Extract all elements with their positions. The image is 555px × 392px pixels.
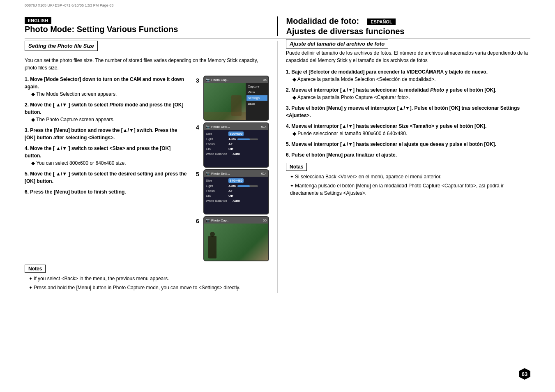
- screen-3: 3 📷 Photo Cap... 05: [196, 76, 269, 121]
- right-step-2-sub: Aparece la pantalla Photo Capture <Captu…: [292, 94, 530, 101]
- cam3-topbar: 📷 Photo Cap... 05: [204, 76, 268, 83]
- screen-5-num: 5: [196, 171, 202, 178]
- espanol-badge: ESPAÑOL: [367, 18, 395, 25]
- right-step-4-sub: Puede seleccionar el tamaño 800x600 ó 64…: [292, 130, 530, 137]
- cam4-row-light: Light Auto: [206, 137, 267, 141]
- right-column: Ajuste del tamaño del archivo de foto Pu…: [278, 41, 530, 293]
- cam5-row-eis: EIS Off: [206, 194, 267, 198]
- menu-back: Back: [246, 101, 267, 106]
- left-notes: Notes If you select <Back> in the menu, …: [25, 265, 269, 291]
- left-note-2: Press and hold the [Menu] button in Phot…: [25, 284, 269, 291]
- right-step-3: 3. Pulse el botón [Menu] y mueva el inte…: [286, 104, 530, 119]
- title-english: Photo Mode: Setting Various Functions: [25, 25, 269, 34]
- cam4-row-eis: EIS Off: [206, 147, 267, 151]
- cam5-row-size: Size 640×480: [206, 178, 267, 183]
- step-1: 1. Move [Mode Selector] down to turn on …: [25, 76, 188, 98]
- menu-view: View: [246, 90, 267, 95]
- cam5-row-light: Light Auto: [206, 184, 267, 188]
- notas-label: Notas: [286, 163, 307, 171]
- right-steps: 1. Baje el [Selector de modalidad] para …: [286, 68, 530, 159]
- page-number-badge: 63: [519, 368, 530, 380]
- cam5-row-focus: Focus AF: [206, 189, 267, 193]
- cam4-topbar: 📷 Photo Setti... 014: [204, 123, 268, 130]
- screen-3-num: 3: [196, 77, 202, 84]
- step-3: 3. Press the [Menu] button and move the …: [25, 127, 188, 141]
- camera-screen-3: 📷 Photo Cap... 05: [203, 76, 269, 121]
- cam4-row-focus: Focus AF: [206, 142, 267, 146]
- left-intro: You can set the photo files size. The nu…: [25, 57, 269, 71]
- right-header: Modalidad de foto: ESPAÑOL Ajustes de di…: [277, 16, 531, 36]
- screen-4-num: 4: [196, 124, 202, 131]
- cam4-row-wb: White Balance Auto: [206, 152, 267, 156]
- notes-label: Notes: [25, 265, 46, 273]
- camera-screen-5: 📷 Photo Setti... 014 Size 640×480: [203, 169, 269, 214]
- page-container: 00876J X105 UK+ESP~071 6/10/05 1:53 PM P…: [0, 0, 555, 392]
- screen-6-num: 6: [196, 218, 202, 224]
- english-badge: ENGLISH: [25, 17, 51, 24]
- cam4-row-size: Size 800×600: [206, 131, 267, 136]
- step-2-sub: The Photo Capture screen appears.: [31, 116, 188, 123]
- cam3-menu: Capture View Settings Back: [246, 83, 268, 120]
- camera-screen-6: 📷 Photo Cap... 05: [203, 216, 269, 261]
- right-step-1: 1. Baje el [Selector de modalidad] para …: [286, 68, 530, 83]
- step-4-sub: You can select 800x600 or 640x480 size.: [31, 159, 188, 167]
- left-note-1: If you select <Back> in the menu, the pr…: [25, 275, 269, 282]
- cam3-image: [204, 83, 246, 120]
- cam5-body: Size 640×480 Light Auto Focus: [204, 177, 268, 214]
- right-step-6: 6. Pulse el botón [Menu] para finalizar …: [286, 151, 530, 159]
- left-column: Setting the Photo file Size You can set …: [25, 41, 278, 293]
- step-6: 6. Press the [Menu] button to finish set…: [25, 188, 188, 196]
- step-1-sub: The Mode Selection screen appears.: [31, 90, 188, 98]
- right-notes: Notas Si selecciona Back <Volver> en el …: [286, 163, 530, 197]
- step-2: 2. Move the [ ▲/▼ ] switch to select Pho…: [25, 101, 188, 123]
- title-spanish-line1: Modalidad de foto:: [286, 16, 359, 26]
- right-note-1: Si selecciona Back <Volver> en el menú, …: [286, 173, 530, 180]
- cam6-body: [204, 224, 268, 261]
- menu-settings: Settings: [246, 95, 267, 101]
- screen-4: 4 📷 Photo Setti... 014 Size 800×600: [196, 122, 269, 168]
- screens-container: 3 📷 Photo Cap... 05: [196, 76, 269, 261]
- screen-5: 5 📷 Photo Setti... 014 Size 640×480: [196, 169, 269, 214]
- cam3-body: Capture View Settings Back: [204, 83, 268, 120]
- right-note-2: Mantenga pulsado el botón [Menu] en la m…: [286, 182, 530, 197]
- right-intro: Puede definir el tamaño de los archivos …: [286, 49, 530, 64]
- left-section-title: Setting the Photo file Size: [25, 41, 98, 51]
- right-step-1-sub: Aparece la pantalla Mode Selection <Sele…: [292, 76, 530, 83]
- right-step-2: 2. Mueva el interruptor [▲/▼] hasta sele…: [286, 86, 530, 101]
- cam4-body: Size 800×600 Light Auto Focus: [204, 130, 268, 167]
- step-5: 5. Move the [ ▲/▼ ] switch to select the…: [25, 170, 188, 185]
- header-divider: [25, 39, 530, 39]
- cam6-topbar: 📷 Photo Cap... 05: [204, 217, 268, 224]
- right-step-4: 4. Mueva el interruptor [▲/▼] hasta sele…: [286, 122, 530, 137]
- camera-screen-4: 📷 Photo Setti... 014 Size 800×600: [203, 122, 269, 168]
- right-step-5: 5. Mueva el interruptor [▲/▼] hasta sele…: [286, 141, 530, 148]
- left-header: ENGLISH Photo Mode: Setting Various Func…: [25, 16, 277, 34]
- screen-6: 6 📷 Photo Cap... 05: [196, 216, 269, 261]
- right-section-title: Ajuste del tamaño del archivo de foto: [286, 39, 388, 48]
- menu-capture: Capture: [246, 84, 267, 89]
- left-steps: 1. Move [Mode Selector] down to turn on …: [25, 76, 188, 261]
- title-spanish-line2: Ajustes de diversas funciones: [286, 27, 531, 36]
- cam5-row-wb: White Balance Auto: [206, 199, 267, 203]
- step-4: 4. Move the [ ▲/▼ ] switch to select <Si…: [25, 145, 188, 167]
- page-info: 00876J X105 UK+ESP~071 6/10/05 1:53 PM P…: [25, 3, 113, 7]
- cam5-topbar: 📷 Photo Setti... 014: [204, 170, 268, 177]
